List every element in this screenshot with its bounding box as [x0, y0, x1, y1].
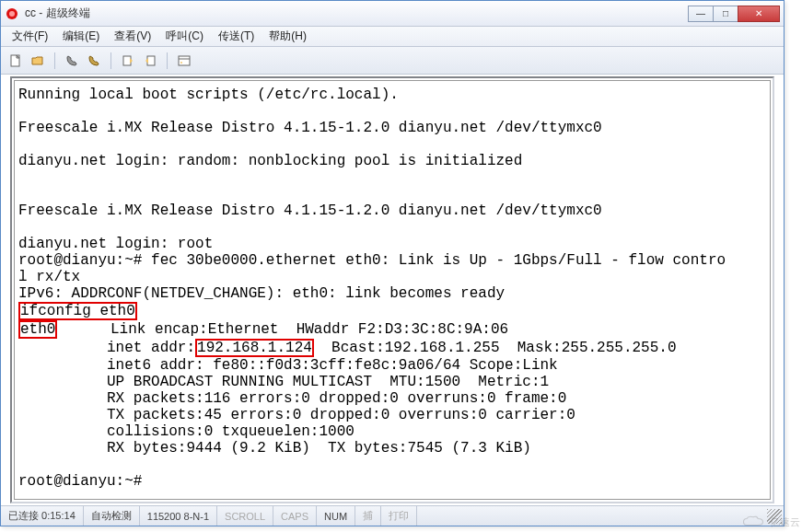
- term-prompt: root@dianyu:~#: [18, 473, 142, 490]
- svg-point-1: [9, 11, 15, 17]
- svg-rect-5: [179, 56, 190, 65]
- minimize-button[interactable]: —: [688, 6, 714, 22]
- term-line: root@dianyu:~# fec 30be0000.ethernet eth…: [18, 252, 726, 269]
- term-line: UP BROADCAST RUNNING MULTICAST MTU:1500 …: [18, 374, 549, 390]
- properties-icon[interactable]: [175, 52, 193, 70]
- highlight-interface-name: eth0: [18, 320, 57, 339]
- status-connected: 已连接 0:15:14: [1, 506, 84, 526]
- term-line: dianyu.net login: root: [18, 236, 213, 252]
- status-num: NUM: [317, 506, 355, 526]
- toolbar-separator: [167, 52, 168, 69]
- term-line: collisions:0 txqueuelen:1000: [18, 423, 355, 440]
- menu-bar: 文件(F) 编辑(E) 查看(V) 呼叫(C) 传送(T) 帮助(H): [1, 27, 784, 47]
- window-controls: — □ ✕: [689, 6, 780, 22]
- status-scroll: SCROLL: [217, 506, 273, 526]
- phone-connect-icon[interactable]: [63, 52, 81, 70]
- phone-disconnect-icon[interactable]: [85, 52, 103, 70]
- menu-edit[interactable]: 编辑(E): [55, 27, 107, 46]
- term-line: dianyu.net login: random: nonblocking po…: [18, 153, 522, 169]
- term-line: Running local boot scripts (/etc/rc.loca…: [18, 87, 399, 103]
- term-line: RX packets:116 errors:0 dropped:0 overru…: [18, 390, 566, 407]
- term-line: Freescale i.MX Release Distro 4.1.15-1.2…: [18, 202, 602, 219]
- highlight-ip-address: 192.168.1.124: [195, 339, 314, 357]
- terminal-inner-frame: Running local boot scripts (/etc/rc.loca…: [14, 80, 771, 500]
- watermark-text: 亿速云: [770, 515, 800, 529]
- term-line: inet6 addr: fe80::f0d3:3cff:fe8c:9a06/64…: [18, 357, 558, 374]
- status-serial-params: 115200 8-N-1: [140, 506, 217, 526]
- term-line: TX packets:45 errors:0 dropped:0 overrun…: [18, 407, 575, 423]
- term-line: inet addr:: [18, 340, 195, 356]
- term-line: l rx/tx: [18, 269, 80, 285]
- term-line: Link encap:Ethernet HWaddr F2:D3:3C:8C:9…: [57, 321, 508, 338]
- new-doc-icon[interactable]: [6, 52, 25, 70]
- term-line: IPv6: ADDRCONF(NETDEV_CHANGE): eth0: lin…: [18, 285, 505, 302]
- term-line: RX bytes:9444 (9.2 KiB) TX bytes:7545 (7…: [18, 440, 531, 457]
- svg-rect-4: [147, 56, 155, 65]
- watermark: 亿速云: [740, 514, 800, 530]
- receive-file-icon[interactable]: [141, 52, 159, 70]
- status-caps: CAPS: [273, 506, 317, 526]
- status-printecho: 打印: [381, 506, 417, 526]
- highlight-ifconfig-cmd: ifconfig eth0: [18, 302, 137, 320]
- title-bar[interactable]: cc - 超级终端 — □ ✕: [1, 1, 784, 27]
- terminal-frame: Running local boot scripts (/etc/rc.loca…: [10, 76, 774, 503]
- app-window: cc - 超级终端 — □ ✕ 文件(F) 编辑(E) 查看(V) 呼叫(C) …: [0, 0, 785, 526]
- menu-view[interactable]: 查看(V): [107, 27, 158, 46]
- send-file-icon[interactable]: [119, 52, 137, 70]
- close-button[interactable]: ✕: [738, 6, 780, 22]
- maximize-button[interactable]: □: [713, 6, 738, 22]
- svg-point-7: [180, 62, 182, 64]
- status-capture: 捕: [355, 506, 381, 526]
- term-line: Freescale i.MX Release Distro 4.1.15-1.2…: [18, 120, 602, 136]
- menu-help[interactable]: 帮助(H): [262, 27, 314, 46]
- term-line: Bcast:192.168.1.255 Mask:255.255.255.0: [314, 340, 677, 356]
- menu-call[interactable]: 呼叫(C): [158, 27, 211, 46]
- toolbar-separator: [54, 52, 55, 69]
- open-folder-icon[interactable]: [29, 52, 47, 70]
- app-icon: [5, 6, 19, 21]
- status-autodetect: 自动检测: [84, 506, 140, 526]
- status-bar: 已连接 0:15:14 自动检测 115200 8-N-1 SCROLL CAP…: [1, 505, 784, 526]
- toolbar: [1, 47, 784, 75]
- menu-transfer[interactable]: 传送(T): [211, 27, 262, 46]
- toolbar-separator: [110, 52, 111, 69]
- menu-file[interactable]: 文件(F): [5, 27, 55, 46]
- window-title: cc - 超级终端: [25, 6, 689, 21]
- terminal-output[interactable]: Running local boot scripts (/etc/rc.loca…: [18, 87, 766, 490]
- svg-rect-3: [123, 56, 131, 65]
